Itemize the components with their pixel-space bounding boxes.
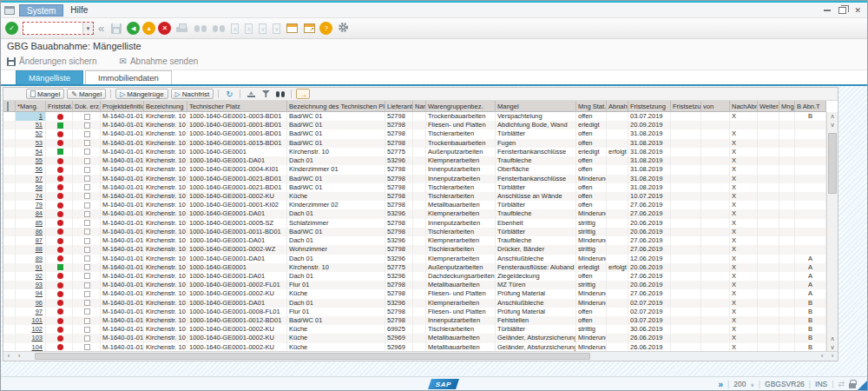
grid-row[interactable]: 101M-1640-01-01Kirchenstr. 101000-1640-G… [3,316,826,325]
cell-dok[interactable] [73,316,101,325]
column-header-projektdefinition[interactable]: Projektdefinition [101,101,144,112]
grid-row[interactable]: 53M-1640-01-01Kirchenstr. 101000-1640-GE… [3,139,826,148]
row-number-link[interactable]: 97 [36,308,43,315]
jump-arrow-icon[interactable]: → [296,89,310,99]
column-header-frist_status[interactable]: Friststat. [46,101,73,112]
column-header-bezeichnung[interactable]: Bezeichnung [144,101,187,112]
menu-hilfe[interactable]: Hilfe [63,4,95,17]
row-number-link[interactable]: 86 [36,228,43,235]
grid-row[interactable]: 85M-1640-01-01Kirchenstr. 101000-1640-GE… [3,219,826,228]
cell-dok[interactable] [73,308,101,316]
grid-row[interactable]: 1M-1640-01-01Kirchenstr. 101000-1640-GE0… [3,112,826,121]
collapse-toolbar-icon[interactable]: « [96,22,106,35]
dok-checkbox[interactable] [84,327,90,333]
dok-checkbox[interactable] [84,176,90,182]
cell-nr[interactable]: 93 [16,281,46,289]
row-number-link[interactable]: 84 [36,209,43,217]
grid-row[interactable]: 51M-1640-01-01Kirchenstr. 101000-1640-GE… [3,121,826,129]
dok-checkbox[interactable] [84,247,90,253]
column-header-nachabn[interactable]: NachAbn [730,101,758,112]
grid-row[interactable]: 84M-1640-01-01Kirchenstr. 101000-1640-GE… [3,209,826,218]
cell-dok[interactable] [73,289,101,298]
cell-nr[interactable]: 55 [16,156,46,165]
dok-checkbox[interactable] [84,229,90,235]
row-number-link[interactable]: 79 [36,201,43,209]
cell-dok[interactable] [73,281,101,289]
row-number-link[interactable]: 74 [36,192,43,200]
command-input[interactable] [23,23,82,34]
cell-dok[interactable] [73,129,101,138]
grid-row[interactable]: 103M-1640-01-01Kirchenstr. 101000-1640-G… [3,334,826,342]
cell-nr[interactable]: 58 [16,183,46,192]
row-number-link[interactable]: 92 [36,272,43,280]
row-number-link[interactable]: 89 [36,255,43,262]
cell-nr[interactable]: 89 [16,255,46,263]
back-button[interactable]: ◀ [127,22,140,35]
cell-nr[interactable]: 86 [16,228,46,236]
row-number-link[interactable]: 55 [36,156,43,164]
cell-nr[interactable]: 92 [16,272,46,281]
cell-nr[interactable]: 84 [16,209,46,218]
cell-dok[interactable] [73,334,101,342]
tab-immobiliendaten[interactable]: Immobiliendaten [85,70,172,84]
dok-checkbox[interactable] [84,300,90,306]
cell-nr[interactable]: 87 [16,236,46,245]
close-icon[interactable]: ✕ [854,7,861,14]
cell-dok[interactable] [73,121,101,129]
filter-icon[interactable] [260,89,272,99]
row-number-link[interactable]: 101 [31,316,43,324]
zoom-level[interactable]: 200 [733,380,746,388]
row-number-link[interactable]: 102 [31,325,43,333]
row-number-link[interactable]: 56 [36,165,43,173]
save-icon[interactable] [111,23,122,34]
tab-maengelliste[interactable]: Mängelliste [16,70,83,84]
cell-nr[interactable]: 85 [16,219,46,228]
grid-row[interactable]: 57M-1640-01-01Kirchenstr. 101000-1640-GE… [3,175,826,183]
grid-row[interactable]: 102M-1640-01-01Kirchenstr. 101000-1640-G… [3,325,826,334]
cell-dok[interactable] [73,148,101,156]
dok-checkbox[interactable] [84,255,90,262]
row-number-link[interactable]: 88 [36,245,43,253]
cell-nr[interactable]: 88 [16,245,46,254]
column-header-technischer_platz[interactable]: Technischer Platz [187,101,287,112]
row-number-link[interactable]: 53 [36,139,43,147]
dok-checkbox[interactable] [84,273,90,279]
horizontal-scroll-track[interactable] [24,352,817,361]
row-number-link[interactable]: 85 [36,219,43,227]
save-changes-button[interactable]: Änderungen sichern [7,56,97,66]
grid-row[interactable]: 97M-1640-01-01Kirchenstr. 101000-1640-GE… [3,308,826,316]
column-header-weiterl[interactable]: Weiterl. [758,101,779,112]
cell-nr[interactable]: 74 [16,192,46,201]
cell-dok[interactable] [73,255,101,263]
column-header-mng_stat[interactable]: Mng Stat. [576,101,607,112]
cell-dok[interactable] [73,175,101,183]
cell-nr[interactable]: 53 [16,139,46,148]
row-number-link[interactable]: 57 [36,175,43,182]
cancel-button[interactable]: ✕ [158,22,171,35]
grid-row[interactable]: 92M-1640-01-01Kirchenstr. 101000-1640-GE… [3,272,826,281]
exit-button[interactable]: ▲ [142,22,155,35]
cell-dok[interactable] [73,299,101,308]
cell-nr[interactable]: 103 [16,334,46,342]
insert-mode[interactable]: INS [815,380,827,388]
row-number-link[interactable]: 1 [39,112,43,120]
column-header-mangel[interactable]: Mangel [496,101,576,112]
grid-row[interactable]: 79M-1640-01-01Kirchenstr. 101000-1640-GE… [3,201,826,209]
column-header-dok[interactable]: Dok. erz. [73,101,101,112]
minimize-icon[interactable] [824,10,831,11]
column-header-name[interactable]: Name [413,101,426,112]
column-header-fristsetzung2[interactable]: Fristsetzung [671,101,701,112]
column-header-b_abn_t[interactable]: B Abn.T [795,101,826,112]
vertical-scrollbar[interactable]: ∧ ∨ ∧ ∨ [826,112,838,352]
grid-row[interactable]: 58M-1640-01-01Kirchenstr. 101000-1640-GE… [3,183,826,192]
column-header-corner[interactable] [3,101,16,112]
cell-nr[interactable]: 54 [16,148,46,156]
new-mangel-button[interactable]: Mangel [26,89,64,99]
scroll-up-icon[interactable]: ∧ [827,335,838,343]
row-number-link[interactable]: 51 [36,121,43,129]
row-number-link[interactable]: 104 [31,343,43,351]
cell-nr[interactable]: 1 [16,112,46,121]
cell-dok[interactable] [73,263,101,272]
create-shortcut-icon[interactable] [304,23,315,33]
dok-checkbox[interactable] [84,184,90,190]
